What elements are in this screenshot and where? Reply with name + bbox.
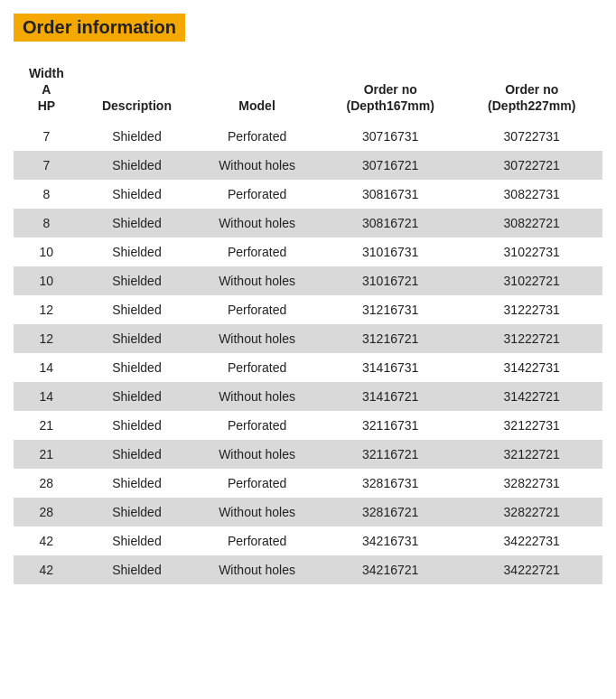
col-header-order227: Order no (Depth227mm)	[461, 58, 602, 122]
table-cell: 31022721	[461, 266, 602, 295]
col-header-order167: Order no (Depth167mm)	[320, 58, 462, 122]
col-header-description: Description	[79, 58, 195, 122]
table-row: 28ShieldedWithout holes3281672132822721	[14, 498, 602, 527]
table-cell: 31222721	[461, 324, 602, 353]
table-cell: Shielded	[79, 353, 195, 382]
table-cell: 28	[14, 469, 79, 498]
table-cell: 42	[14, 555, 79, 584]
table-cell: 30722721	[461, 151, 602, 180]
table-cell: 14	[14, 353, 79, 382]
table-row: 8ShieldedWithout holes3081672130822721	[14, 209, 602, 238]
table-cell: 21	[14, 440, 79, 469]
col-header-model: Model	[194, 58, 320, 122]
table-cell: Without holes	[194, 324, 320, 353]
table-cell: Perforated	[194, 295, 320, 324]
table-row: 7ShieldedPerforated3071673130722731	[14, 122, 602, 151]
table-cell: Without holes	[194, 498, 320, 527]
table-cell: Shielded	[79, 555, 195, 584]
table-cell: 8	[14, 209, 79, 238]
table-cell: Shielded	[79, 440, 195, 469]
table-cell: 10	[14, 238, 79, 266]
table-cell: 31422731	[461, 353, 602, 382]
table-cell: 32122721	[461, 440, 602, 469]
order-table: Width A HP Description Model Order no (D…	[14, 58, 602, 584]
table-cell: 31216731	[320, 295, 462, 324]
table-cell: 21	[14, 411, 79, 440]
table-cell: 7	[14, 122, 79, 151]
table-cell: Shielded	[79, 498, 195, 527]
col-header-width: Width A HP	[14, 58, 79, 122]
table-cell: 28	[14, 498, 79, 527]
table-cell: Without holes	[194, 209, 320, 238]
table-cell: 12	[14, 295, 79, 324]
table-cell: 30816731	[320, 180, 462, 209]
table-row: 8ShieldedPerforated3081673130822731	[14, 180, 602, 209]
table-row: 10ShieldedPerforated3101673131022731	[14, 238, 602, 266]
table-header-row: Width A HP Description Model Order no (D…	[14, 58, 602, 122]
table-cell: 32816721	[320, 498, 462, 527]
table-cell: 31416721	[320, 382, 462, 411]
table-cell: Shielded	[79, 151, 195, 180]
table-cell: Without holes	[194, 440, 320, 469]
table-cell: 14	[14, 382, 79, 411]
table-cell: Shielded	[79, 180, 195, 209]
table-cell: 32122731	[461, 411, 602, 440]
table-cell: Perforated	[194, 238, 320, 266]
table-row: 42ShieldedWithout holes3421672134222721	[14, 555, 602, 584]
table-cell: Shielded	[79, 469, 195, 498]
table-cell: 42	[14, 527, 79, 555]
table-cell: Shielded	[79, 527, 195, 555]
table-row: 28ShieldedPerforated3281673132822731	[14, 469, 602, 498]
table-cell: 34216721	[320, 555, 462, 584]
table-row: 10ShieldedWithout holes3101672131022721	[14, 266, 602, 295]
table-cell: 30716731	[320, 122, 462, 151]
table-cell: 31216721	[320, 324, 462, 353]
table-row: 42ShieldedPerforated3421673134222731	[14, 527, 602, 555]
table-cell: 12	[14, 324, 79, 353]
table-cell: Perforated	[194, 469, 320, 498]
table-cell: 32822721	[461, 498, 602, 527]
table-cell: Perforated	[194, 353, 320, 382]
table-row: 14ShieldedPerforated3141673131422731	[14, 353, 602, 382]
table-cell: Without holes	[194, 555, 320, 584]
table-cell: 32816731	[320, 469, 462, 498]
table-cell: Shielded	[79, 266, 195, 295]
table-cell: Shielded	[79, 238, 195, 266]
table-row: 21ShieldedPerforated3211673132122731	[14, 411, 602, 440]
table-cell: Shielded	[79, 295, 195, 324]
table-cell: 34222731	[461, 527, 602, 555]
title-box: Order information	[14, 14, 185, 42]
table-cell: 8	[14, 180, 79, 209]
table-row: 12ShieldedWithout holes3121672131222721	[14, 324, 602, 353]
table-cell: Shielded	[79, 411, 195, 440]
table-row: 21ShieldedWithout holes3211672132122721	[14, 440, 602, 469]
table-cell: 30816721	[320, 209, 462, 238]
table-cell: 31016721	[320, 266, 462, 295]
table-cell: Perforated	[194, 180, 320, 209]
table-cell: 32116731	[320, 411, 462, 440]
table-cell: 30716721	[320, 151, 462, 180]
table-cell: Shielded	[79, 122, 195, 151]
table-cell: 31416731	[320, 353, 462, 382]
table-cell: 32116721	[320, 440, 462, 469]
table-cell: Without holes	[194, 151, 320, 180]
table-cell: 34222721	[461, 555, 602, 584]
table-cell: 10	[14, 266, 79, 295]
table-cell: 32822731	[461, 469, 602, 498]
table-row: 7ShieldedWithout holes3071672130722721	[14, 151, 602, 180]
table-cell: 30722731	[461, 122, 602, 151]
table-cell: Shielded	[79, 324, 195, 353]
table-cell: Perforated	[194, 527, 320, 555]
table-cell: 30822721	[461, 209, 602, 238]
table-cell: Perforated	[194, 411, 320, 440]
table-cell: 31422721	[461, 382, 602, 411]
table-cell: 31222731	[461, 295, 602, 324]
table-cell: 31016731	[320, 238, 462, 266]
table-cell: Shielded	[79, 382, 195, 411]
table-cell: Without holes	[194, 382, 320, 411]
table-cell: Without holes	[194, 266, 320, 295]
table-row: 12ShieldedPerforated3121673131222731	[14, 295, 602, 324]
table-row: 14ShieldedWithout holes3141672131422721	[14, 382, 602, 411]
table-cell: 34216731	[320, 527, 462, 555]
table-cell: 7	[14, 151, 79, 180]
